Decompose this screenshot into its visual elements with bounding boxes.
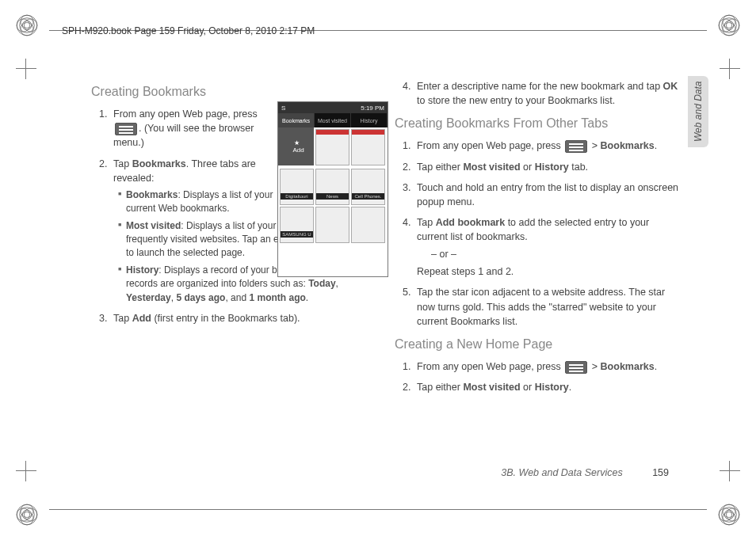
b1-gt: >: [592, 140, 598, 151]
phone-thumb: [351, 207, 385, 243]
step-1-text-a: From any open Web page, press: [113, 108, 258, 120]
phone-tab-history: History: [351, 113, 388, 127]
step-4: Enter a descriptive name for the new boo…: [403, 79, 680, 108]
svg-point-4: [25, 19, 37, 32]
svg-point-19: [21, 504, 33, 517]
phone-thumb-caption: News: [316, 193, 349, 200]
phone-add-label: Add: [292, 146, 304, 154]
phone-thumb: News: [315, 169, 349, 205]
b2-mv: Most visited: [463, 162, 520, 173]
b1-text-a: From any open Web page, press: [417, 140, 563, 151]
c1-bold: Bookmarks: [601, 361, 655, 372]
crop-ornament-icon: [16, 504, 38, 526]
star-icon: ★: [294, 139, 300, 146]
sub-mv-label: Most visited: [126, 220, 181, 231]
step-4-bold: OK: [663, 81, 678, 92]
sub-bookmarks-label: Bookmarks: [126, 189, 178, 200]
svg-point-18: [25, 508, 37, 521]
b-step-5: Tap the star icon adjacent to a website …: [403, 285, 680, 328]
svg-point-5: [21, 15, 33, 28]
menu-icon: [565, 140, 587, 153]
hist-today: Today: [308, 278, 335, 289]
phone-tab-bookmarks: Bookmarks: [278, 113, 315, 127]
phone-thumb-caption: Digitaltouri: [281, 193, 313, 200]
c2-hist: History: [535, 382, 569, 393]
b-step-4: Tap Add bookmark to add the selected ent…: [403, 215, 680, 280]
heading-creating-bookmarks: Creating Bookmarks: [91, 82, 376, 101]
registration-mark-icon: [16, 59, 36, 79]
svg-point-17: [17, 508, 29, 521]
phone-tab-most-visited: Most visited: [315, 113, 351, 127]
b-step-1: From any open Web page, press > Bookmark…: [403, 139, 680, 153]
phone-thumb: [315, 207, 349, 243]
phone-thumb: Cell Phones.: [351, 169, 385, 205]
c2-text-b: .: [569, 382, 571, 393]
c2-text-a: Tap either: [417, 382, 463, 393]
phone-tabs: Bookmarks Most visited History: [278, 113, 388, 127]
svg-point-13: [723, 23, 735, 36]
phone-thumb: [351, 129, 385, 165]
phone-thumb: Digitaltouri: [280, 169, 314, 205]
b4-or: – or –: [431, 247, 680, 261]
registration-mark-icon: [16, 461, 36, 481]
crop-ornament-icon: [718, 504, 740, 526]
svg-point-27: [723, 512, 735, 525]
crop-ornament-icon: [16, 14, 38, 36]
phone-clock: 5:19 PM: [361, 105, 384, 112]
phone-thumb-caption: SAMSUNG U: [281, 231, 313, 238]
phone-status-bar: S 5:19 PM: [278, 102, 388, 113]
b2-text-a: Tap either: [417, 162, 463, 173]
svg-point-24: [719, 508, 731, 521]
svg-point-9: [724, 21, 734, 30]
sub-bookmarks: Bookmarks: Displays a list of your curre…: [118, 188, 284, 216]
svg-point-12: [723, 15, 735, 28]
b2-text-b: tab.: [569, 162, 588, 173]
carrier-icon: S: [281, 105, 285, 112]
hist-yesterday: Yesterday: [126, 292, 171, 303]
section-tab: Web and Data: [688, 76, 708, 147]
b2-or: or: [521, 162, 535, 173]
step-4-text-a: Enter a descriptive name for the new boo…: [417, 81, 663, 92]
b2-hist: History: [535, 162, 569, 173]
svg-point-6: [21, 23, 33, 36]
svg-point-10: [719, 19, 731, 32]
footer-page-number: 159: [652, 467, 669, 478]
c2-or: or: [521, 382, 535, 393]
svg-point-20: [21, 512, 33, 525]
registration-mark-icon: [720, 59, 740, 79]
page-footer: 3B. Web and Data Services 159: [501, 467, 669, 478]
c1-text-b: .: [655, 361, 657, 372]
svg-point-3: [17, 19, 29, 32]
right-column: Enter a descriptive name for the new boo…: [395, 79, 680, 401]
c2-mv: Most visited: [463, 382, 520, 393]
svg-point-16: [22, 510, 32, 519]
c1-gt: >: [592, 361, 598, 372]
phone-thumb: SAMSUNG U: [280, 207, 314, 243]
footer-section: 3B. Web and Data Services: [501, 467, 622, 478]
sub-hist-label: History: [126, 264, 158, 276]
step-2-bold: Bookmarks: [132, 158, 186, 169]
heading-bookmarks-other-tabs: Creating Bookmarks From Other Tabs: [395, 114, 680, 132]
b1-text-b: .: [655, 140, 657, 151]
phone-thumb-caption: Cell Phones.: [352, 193, 384, 200]
c-step-2: Tap either Most visited or History.: [403, 380, 680, 394]
phone-thumb: [315, 129, 349, 165]
step-4-text-b: to store the new entry to your Bookmarks…: [417, 95, 615, 106]
phone-add-button: ★ Add: [278, 127, 314, 165]
svg-point-25: [727, 508, 739, 521]
b4-repeat: Repeat steps 1 and 2.: [417, 264, 680, 279]
hist-5days: 5 days ago: [176, 292, 225, 303]
step-3-text-a: Tap: [113, 313, 132, 324]
book-header: SPH-M920.book Page 159 Friday, October 8…: [62, 25, 315, 36]
step-2-text-a: Tap: [113, 158, 132, 169]
step-3-bold: Add: [132, 313, 151, 324]
phone-screenshot: S 5:19 PM Bookmarks Most visited History…: [277, 101, 388, 277]
svg-point-11: [727, 19, 739, 32]
b-step-3: Touch and hold an entry from the list to…: [403, 181, 680, 209]
hist-1month: 1 month ago: [249, 292, 305, 303]
menu-icon: [565, 361, 587, 374]
menu-icon: [115, 123, 137, 135]
b4-text-a: Tap: [417, 217, 436, 228]
svg-point-2: [22, 21, 32, 30]
c1-text-a: From any open Web page, press: [417, 361, 563, 372]
